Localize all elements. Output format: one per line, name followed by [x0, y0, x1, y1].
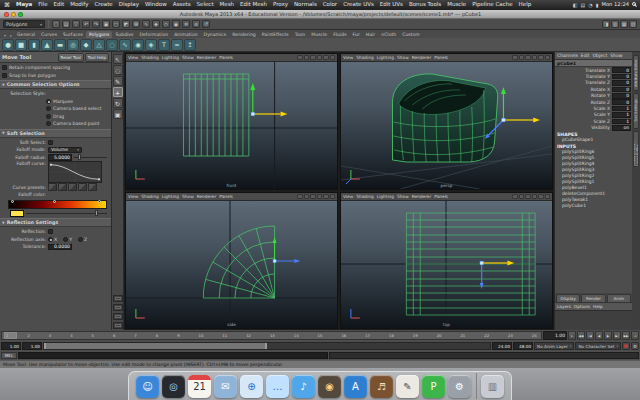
viewport-menu-item[interactable]: Lighting — [162, 194, 179, 199]
channel-box-menu-item[interactable]: Channels — [557, 53, 578, 58]
playback-button[interactable]: ▶ — [604, 331, 612, 340]
toolbox-tool[interactable]: ↻ — [113, 98, 123, 108]
shelf-icon[interactable]: ◌ — [106, 39, 118, 51]
reflection-checkbox[interactable] — [48, 229, 53, 234]
selection-style-option[interactable]: Camera based select — [0, 105, 111, 113]
dock-icon[interactable]: A — [344, 375, 367, 398]
shelf-tab[interactable]: Dynamics — [201, 31, 230, 38]
viewport-menu-item[interactable]: View — [128, 55, 138, 60]
retain-spacing-checkbox[interactable] — [2, 65, 7, 70]
dock-icon[interactable]: 21 — [188, 375, 211, 398]
menu-item[interactable]: Proxy — [270, 2, 291, 8]
shelf-icon[interactable]: ◆ — [80, 39, 92, 51]
menu-item[interactable]: Create — [91, 2, 115, 8]
command-line-input[interactable] — [18, 352, 328, 359]
menu-extra-icon[interactable]: ▤ — [581, 3, 586, 8]
status-button[interactable]: ⊞ — [132, 20, 140, 28]
falloff-mode-dropdown[interactable]: Volume — [48, 147, 82, 154]
character-set-dropdown[interactable]: No Character Set — [575, 342, 621, 350]
viewport-toolbar-button[interactable] — [317, 55, 323, 61]
viewport-toolbar-button[interactable] — [297, 55, 303, 61]
menu-item[interactable]: Edit — [51, 2, 68, 8]
viewport-toolbar-button[interactable] — [512, 194, 518, 200]
dock-icon[interactable]: ♪ — [292, 375, 315, 398]
viewport-toolbar-button[interactable] — [525, 55, 531, 61]
dock-icon[interactable]: ▥ — [481, 375, 504, 398]
viewport-canvas-top[interactable]: top — [341, 201, 552, 328]
tolerance-field[interactable]: 0.0000 — [48, 244, 72, 251]
shelf-icon[interactable]: ▬ — [54, 39, 66, 51]
playback-button[interactable]: |◀ — [586, 331, 594, 340]
layer-menu-item[interactable]: Help — [593, 304, 603, 309]
viewport-toolbar-button[interactable] — [532, 194, 538, 200]
status-button[interactable]: ◻ — [112, 20, 120, 28]
menu-item[interactable]: Bonus Tools — [406, 2, 444, 8]
range-slider[interactable] — [43, 342, 491, 350]
layer-menu-item[interactable]: Layers — [557, 304, 571, 309]
channel-attribute-label[interactable]: Rotate Z — [556, 100, 612, 105]
channel-attribute-value[interactable]: 0 — [612, 93, 631, 99]
channel-attribute-value[interactable]: 1 — [612, 106, 631, 112]
time-slider[interactable]: 123456789101112131415161718192021222324 — [1, 331, 542, 340]
animation-start-field[interactable]: 1.00 — [1, 342, 21, 350]
viewport-menu-item[interactable]: Panels — [434, 55, 448, 60]
shelf-tab[interactable]: Muscle — [308, 31, 330, 38]
dock-icon[interactable]: ☺ — [136, 375, 159, 398]
viewport-canvas-front[interactable]: front — [126, 62, 337, 189]
viewport-toolbar-button[interactable] — [330, 55, 336, 61]
radio-icon[interactable] — [78, 237, 83, 242]
viewport-menu-item[interactable]: Lighting — [162, 55, 179, 60]
falloff-radius-slider[interactable] — [74, 154, 107, 160]
viewport-menu-item[interactable]: Shading — [141, 55, 158, 60]
curve-preset-button[interactable] — [88, 183, 97, 191]
layout-preset-button[interactable] — [113, 304, 123, 311]
viewport-menu-item[interactable]: Show — [397, 55, 409, 60]
section-soft-selection[interactable]: Soft Selection — [0, 129, 111, 138]
layout-preset-button[interactable] — [113, 322, 123, 329]
menu-item[interactable]: Mesh — [217, 2, 237, 8]
selected-color-slider[interactable] — [26, 210, 107, 216]
dock-icon[interactable]: P — [422, 375, 445, 398]
reflection-axis-option[interactable]: X — [48, 237, 57, 242]
falloff-radius-field[interactable]: 5.0000 — [48, 154, 72, 161]
dock-icon[interactable]: … — [266, 375, 289, 398]
status-button[interactable]: ∿ — [142, 20, 150, 28]
shelf-icon[interactable]: ▲ — [41, 39, 53, 51]
shelf-tab[interactable]: Toon — [292, 31, 309, 38]
channel-attribute-label[interactable]: Scale X — [556, 106, 612, 111]
channel-attribute-label[interactable]: Visibility — [556, 125, 612, 130]
menu-set-dropdown[interactable]: Polygons — [3, 20, 45, 28]
spotlight-icon[interactable] — [632, 2, 636, 8]
viewport-menu-item[interactable]: Panels — [219, 55, 233, 60]
viewport-toolbar-button[interactable] — [317, 194, 323, 200]
shelf-icon[interactable]: △ — [93, 39, 105, 51]
channel-attribute-value[interactable]: 0 — [612, 99, 631, 105]
status-button[interactable]: ↷ — [92, 20, 100, 28]
viewport-toolbar-button[interactable] — [330, 194, 336, 200]
viewport-toolbar-button[interactable] — [304, 194, 310, 200]
playback-end-field[interactable]: 24.00 — [492, 342, 512, 350]
playback-button[interactable]: ▶| — [613, 331, 621, 340]
channel-attribute-value[interactable]: 0 — [612, 67, 631, 73]
status-button[interactable]: ↺ — [202, 20, 210, 28]
layer-editor-tab[interactable]: Anim — [607, 294, 631, 302]
minimize-window-button[interactable] — [11, 12, 16, 17]
shelf-tab[interactable]: Fur — [350, 31, 363, 38]
channel-attribute-value[interactable]: 1 — [612, 112, 631, 118]
curve-preset-button[interactable] — [48, 183, 57, 191]
sidebar-vertical-tab[interactable]: Channel Box / Layer Editor — [633, 131, 639, 167]
channel-attribute-label[interactable]: Rotate X — [556, 87, 612, 92]
sidebar-toggle-button[interactable]: ▦ — [620, 20, 628, 28]
falloff-color-ramp[interactable] — [8, 200, 107, 209]
anim-layer-dropdown[interactable]: No Anim Layer — [534, 342, 574, 350]
viewport-menu-item[interactable]: Show — [182, 55, 194, 60]
shelf-tab[interactable]: Fluids — [330, 31, 349, 38]
layer-list[interactable] — [555, 310, 632, 330]
status-button[interactable]: ▢ — [52, 20, 60, 28]
status-button[interactable]: ◩ — [122, 20, 130, 28]
layer-editor-tab[interactable]: Display — [556, 294, 580, 302]
status-button[interactable]: ≋ — [192, 20, 200, 28]
menu-item[interactable]: Display — [116, 2, 142, 8]
shelf-tab[interactable]: Subdivs — [112, 31, 136, 38]
channel-attribute-label[interactable]: Translate Y — [556, 74, 612, 79]
